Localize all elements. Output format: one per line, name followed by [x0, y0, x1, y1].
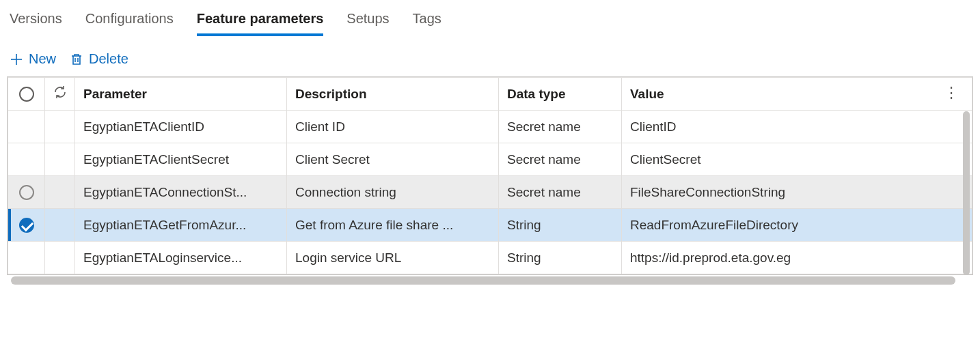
cell-value[interactable]: https://id.preprod.eta.gov.eg [622, 242, 972, 274]
cell-description[interactable]: Login service URL [287, 242, 499, 274]
tab-configurations[interactable]: Configurations [85, 11, 174, 36]
cell-value[interactable]: FileShareConnectionString [622, 176, 972, 209]
select-all-header[interactable] [8, 78, 45, 111]
cell-value[interactable]: ClientSecret [622, 143, 972, 176]
circle-icon [19, 87, 34, 102]
tab-setups[interactable]: Setups [346, 11, 389, 36]
tab-versions[interactable]: Versions [10, 11, 62, 36]
table-row[interactable]: EgyptianETAConnectionSt...Connection str… [8, 176, 972, 209]
plus-icon [10, 53, 23, 66]
horizontal-scrollbar[interactable] [7, 276, 973, 285]
tab-tags[interactable]: Tags [413, 11, 441, 36]
cell-datatype[interactable]: Secret name [499, 176, 622, 209]
row-selector[interactable] [8, 111, 45, 143]
table-row[interactable]: EgyptianETALoginservice...Login service … [8, 242, 972, 274]
command-bar: New Delete [0, 36, 980, 76]
row-indicator [45, 143, 75, 176]
cell-parameter[interactable]: EgyptianETAGetFromAzur... [75, 209, 287, 242]
cell-parameter[interactable]: EgyptianETAClientID [75, 111, 287, 143]
cell-datatype[interactable]: String [499, 242, 622, 274]
row-selector[interactable] [8, 209, 45, 242]
vertical-scrollbar[interactable] [963, 111, 970, 275]
cell-parameter[interactable]: EgyptianETAClientSecret [75, 143, 287, 176]
delete-button[interactable]: Delete [70, 51, 128, 67]
checkmark-icon [19, 218, 34, 233]
col-value[interactable]: Value [622, 78, 972, 111]
row-indicator [45, 111, 75, 143]
cell-datatype[interactable]: Secret name [499, 143, 622, 176]
cell-datatype[interactable]: String [499, 209, 622, 242]
cell-datatype[interactable]: Secret name [499, 111, 622, 143]
row-indicator [45, 242, 75, 274]
col-parameter[interactable]: Parameter [75, 78, 287, 111]
row-selector[interactable] [8, 176, 45, 209]
tab-strip: Versions Configurations Feature paramete… [0, 0, 980, 36]
parameter-grid: ⋮ Parameter De [7, 76, 973, 275]
cell-value[interactable]: ClientID [622, 111, 972, 143]
refresh-icon [53, 85, 68, 100]
col-datatype[interactable]: Data type [499, 78, 622, 111]
cell-description[interactable]: Client ID [287, 111, 499, 143]
new-button[interactable]: New [10, 51, 56, 67]
col-description[interactable]: Description [287, 78, 499, 111]
cell-value[interactable]: ReadFromAzureFileDirectory [622, 209, 972, 242]
table-row[interactable]: EgyptianETAClientIDClient IDSecret nameC… [8, 111, 972, 143]
cell-description[interactable]: Get from Azure file share ... [287, 209, 499, 242]
row-selector[interactable] [8, 143, 45, 176]
table-row[interactable]: EgyptianETAClientSecretClient SecretSecr… [8, 143, 972, 176]
header-row: Parameter Description Data type Value [8, 78, 972, 111]
refresh-header[interactable] [45, 78, 75, 111]
row-selector[interactable] [8, 242, 45, 274]
new-label: New [29, 51, 56, 67]
row-indicator [45, 209, 75, 242]
cell-description[interactable]: Connection string [287, 176, 499, 209]
trash-icon [70, 53, 83, 66]
delete-label: Delete [89, 51, 128, 67]
row-indicator [45, 176, 75, 209]
tab-feature-parameters[interactable]: Feature parameters [197, 11, 324, 36]
cell-parameter[interactable]: EgyptianETAConnectionSt... [75, 176, 287, 209]
circle-icon [19, 185, 34, 200]
more-options-button[interactable]: ⋮ [944, 84, 959, 102]
table-row[interactable]: EgyptianETAGetFromAzur...Get from Azure … [8, 209, 972, 242]
cell-parameter[interactable]: EgyptianETALoginservice... [75, 242, 287, 274]
cell-description[interactable]: Client Secret [287, 143, 499, 176]
horizontal-scrollbar-thumb[interactable] [11, 276, 955, 285]
parameter-table: Parameter Description Data type Value Eg… [8, 77, 972, 274]
